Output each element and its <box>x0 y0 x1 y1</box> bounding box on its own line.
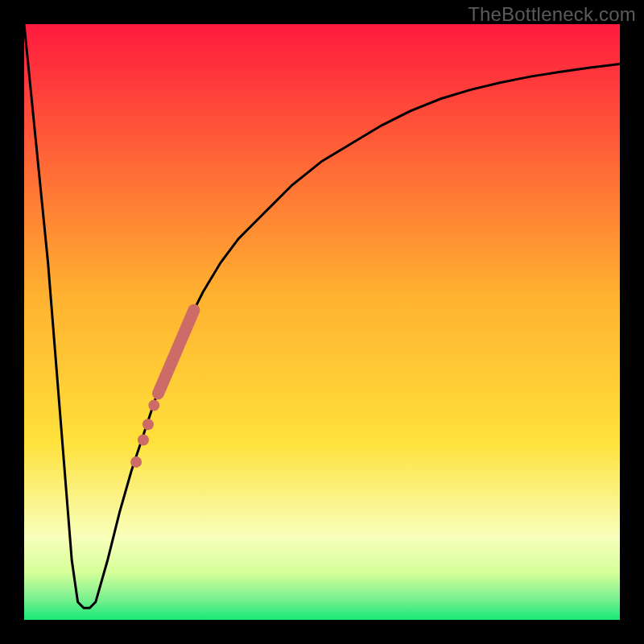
marker-dot <box>142 419 154 430</box>
marker-dot <box>138 435 149 446</box>
plot-area <box>24 24 620 620</box>
chart-frame: TheBottleneck.com <box>0 0 644 644</box>
watermark-text: TheBottleneck.com <box>468 3 636 26</box>
gradient-background <box>24 24 620 620</box>
marker-dot <box>148 400 159 411</box>
marker-dot <box>130 456 142 468</box>
chart-canvas <box>24 24 620 620</box>
